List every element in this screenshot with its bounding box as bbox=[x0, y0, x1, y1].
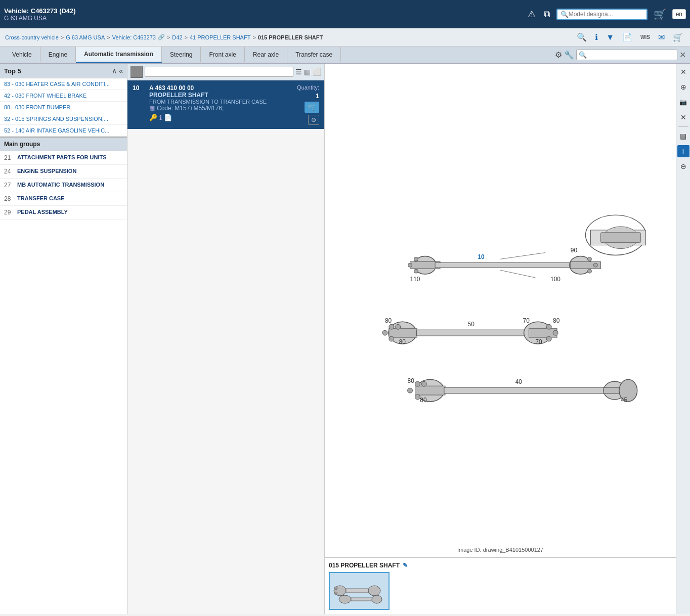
breadcrumb-015-propeller: 015 PROPELLER SHAFT bbox=[258, 34, 323, 40]
group-24[interactable]: 24 ENGINE SUSPENSION bbox=[0, 165, 127, 179]
group-21[interactable]: 21 ATTACHMENT PARTS FOR UNITS bbox=[0, 151, 127, 165]
svg-point-30 bbox=[546, 336, 551, 341]
info-icon[interactable]: ℹ bbox=[159, 114, 162, 121]
top5-item-2[interactable]: 42 - 030 FRONT WHEEL BRAKE bbox=[0, 90, 127, 102]
copy-icon[interactable]: ⧉ bbox=[542, 7, 552, 22]
remove-btn[interactable]: ⊖ bbox=[308, 115, 319, 125]
expand-btn[interactable]: ⬜ bbox=[313, 68, 321, 76]
add-to-cart-btn[interactable]: 🛒 bbox=[305, 102, 319, 113]
breadcrumb-cross-country[interactable]: Cross-country vehicle bbox=[5, 34, 59, 40]
svg-text:80: 80 bbox=[408, 377, 415, 384]
breadcrumb-sep-2: > bbox=[107, 34, 110, 40]
cart-icon[interactable]: 🛒 bbox=[652, 6, 668, 22]
breadcrumb-d42[interactable]: D42 bbox=[172, 34, 182, 40]
language-selector[interactable]: en bbox=[672, 9, 686, 19]
breadcrumb-g63[interactable]: G 63 AMG USA bbox=[66, 34, 105, 40]
top5-item-4[interactable]: 32 - 015 SPRINGS AND SUSPENSION,... bbox=[0, 113, 127, 125]
top5-expand-btn[interactable]: « bbox=[119, 67, 123, 75]
thumb-svg bbox=[330, 573, 389, 609]
part-item-1[interactable]: 10 A 463 410 00 00 PROPELLER SHAFT FROM … bbox=[127, 80, 324, 129]
tab-automatic-transmission[interactable]: Automatic transmission bbox=[76, 47, 162, 63]
svg-text:80: 80 bbox=[420, 397, 427, 404]
cross-btn[interactable]: ✕ bbox=[677, 111, 689, 123]
top5-item-5[interactable]: 52 - 140 AIR INTAKE,GASOLINE VEHIC... bbox=[0, 125, 127, 137]
wrench-icon[interactable]: 🔧 bbox=[564, 50, 574, 60]
layers-btn[interactable]: ▤ bbox=[677, 130, 689, 142]
tab-front-axle[interactable]: Front axle bbox=[201, 47, 244, 62]
camera-btn[interactable]: 📷 bbox=[677, 96, 689, 108]
top5-item-3[interactable]: 88 - 030 FRONT BUMPER bbox=[0, 102, 127, 113]
breadcrumb-vehicle[interactable]: Vehicle: C463273 bbox=[112, 34, 156, 40]
cart-tool-btn[interactable]: 🛒 bbox=[671, 31, 685, 43]
svg-text:50: 50 bbox=[468, 321, 475, 328]
group-29[interactable]: 29 PEDAL ASSEMBLY bbox=[0, 206, 127, 219]
top5-title: Top 5 bbox=[4, 67, 21, 75]
breadcrumb-41-propeller[interactable]: 41 PROPELLER SHAFT bbox=[190, 34, 250, 40]
grid-view-btn[interactable]: ▦ bbox=[304, 68, 311, 76]
thumbnail-image[interactable] bbox=[329, 572, 390, 610]
group-name-24: ENGINE SUSPENSION bbox=[17, 168, 76, 175]
zoom-in-btn[interactable]: ⊕ bbox=[677, 81, 689, 93]
part-details-1: A 463 410 00 00 PROPELLER SHAFT FROM TRA… bbox=[149, 84, 293, 125]
top5-collapse-btn[interactable]: ∧ bbox=[112, 67, 117, 75]
main-layout: Top 5 ∧ « 83 - 030 HEATER CASE & AIR CON… bbox=[0, 64, 690, 614]
part-name-1: PROPELLER SHAFT bbox=[149, 92, 293, 99]
group-name-29: PEDAL ASSEMBLY bbox=[17, 209, 68, 216]
tab-transfer-case[interactable]: Transfer case bbox=[287, 47, 341, 62]
svg-point-13 bbox=[588, 257, 592, 261]
tab-vehicle[interactable]: Vehicle bbox=[4, 47, 40, 62]
group-28[interactable]: 28 TRANSFER CASE bbox=[0, 192, 127, 206]
zoom-out-btn[interactable]: ⊖ bbox=[677, 160, 689, 172]
filter-tool-btn[interactable]: ▼ bbox=[604, 32, 616, 43]
group-27[interactable]: 27 MB AUTOMATIC TRANSMISSION bbox=[0, 179, 127, 192]
tab-search-close[interactable]: ✕ bbox=[679, 50, 686, 60]
tab-search-icon: 🔍 bbox=[579, 51, 587, 59]
svg-rect-59 bbox=[351, 598, 374, 601]
svg-text:90: 90 bbox=[571, 247, 578, 254]
doc-tool-btn[interactable]: 📄 bbox=[620, 31, 634, 43]
blue-indicator-btn[interactable]: | bbox=[677, 145, 689, 157]
key-icon[interactable]: 🔑 bbox=[149, 114, 157, 121]
svg-point-61 bbox=[334, 587, 337, 590]
vehicle-link-icon[interactable]: 🔗 bbox=[158, 34, 165, 40]
model-search-input[interactable] bbox=[569, 11, 639, 18]
tab-engine[interactable]: Engine bbox=[40, 47, 76, 62]
top5-item-1[interactable]: 83 - 030 HEATER CASE & AIR CONDITI... bbox=[0, 78, 127, 90]
svg-point-44 bbox=[415, 381, 420, 386]
tab-search-box: 🔍 bbox=[576, 50, 677, 60]
qty-label-1: Quantity: bbox=[297, 84, 319, 91]
group-num-27: 27 bbox=[4, 182, 14, 189]
diagram-svg: 10 90 100 110 bbox=[325, 64, 676, 557]
settings-icon[interactable]: ⚙ bbox=[555, 50, 562, 60]
diagram-area: 10 90 100 110 bbox=[325, 64, 676, 557]
group-num-21: 21 bbox=[4, 154, 14, 161]
wis-tool-btn[interactable]: WIS bbox=[638, 33, 652, 41]
parts-search-input[interactable] bbox=[145, 67, 293, 77]
breadcrumb-sep-4: > bbox=[185, 34, 188, 40]
edit-icon[interactable]: ✎ bbox=[403, 562, 408, 569]
model-search-box: 🔍 bbox=[556, 9, 648, 20]
svg-rect-40 bbox=[444, 387, 610, 393]
top-bar: Vehicle: C463273 (D42) G 63 AMG USA ⚠ ⧉ … bbox=[0, 0, 690, 28]
list-view-btn[interactable]: ☰ bbox=[295, 68, 302, 76]
breadcrumb-sep-3: > bbox=[167, 34, 170, 40]
svg-text:70: 70 bbox=[523, 317, 530, 324]
tab-steering[interactable]: Steering bbox=[162, 47, 201, 62]
top5-header: Top 5 ∧ « bbox=[0, 64, 127, 78]
mail-tool-btn[interactable]: ✉ bbox=[656, 31, 667, 43]
group-num-28: 28 bbox=[4, 195, 14, 202]
doc-icon[interactable]: 📄 bbox=[164, 114, 172, 121]
close-panel-btn[interactable]: ✕ bbox=[677, 66, 689, 78]
svg-point-15 bbox=[593, 263, 597, 267]
zoom-tool-btn[interactable]: 🔍 bbox=[575, 31, 589, 43]
info-tool-btn[interactable]: ℹ bbox=[593, 31, 600, 43]
vehicle-name: G 63 AMG USA bbox=[4, 15, 76, 22]
part-qty-1: Quantity: 1 🛒 ⊖ bbox=[297, 84, 319, 125]
warning-icon[interactable]: ⚠ bbox=[526, 7, 538, 22]
tab-rear-axle[interactable]: Rear axle bbox=[245, 47, 287, 62]
svg-point-11 bbox=[414, 269, 418, 273]
tab-search-input[interactable] bbox=[587, 51, 673, 58]
svg-text:10: 10 bbox=[478, 253, 485, 260]
part-desc-1: FROM TRANSMISSION TO TRANSFER CASE bbox=[149, 99, 293, 105]
svg-point-45 bbox=[415, 394, 420, 400]
